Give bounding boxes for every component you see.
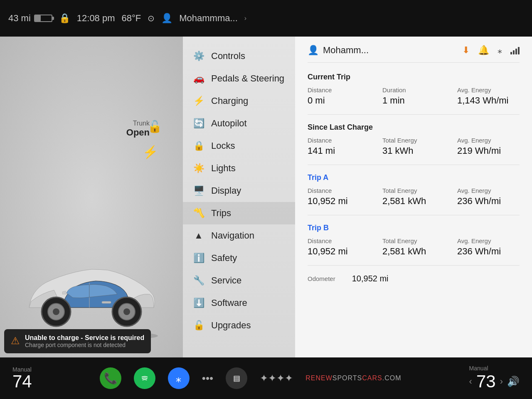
status-bar: 43 mi 🔒 12:08 pm 68°F ⊙ 👤 Mohammmа... › xyxy=(0,0,532,37)
menu-item-display[interactable]: 🖥️ Display xyxy=(183,180,295,202)
menu-item-software[interactable]: ⬇️ Software xyxy=(183,292,295,314)
temp-decrease-button[interactable]: ‹ xyxy=(469,376,472,387)
divider-3 xyxy=(308,215,520,215)
signal-bar-3 xyxy=(515,49,517,54)
profile-name-text: Mohamm... xyxy=(323,45,369,56)
volume-icon: 🔊 xyxy=(507,376,520,387)
signal-bar-1 xyxy=(510,52,512,54)
charging-label: Charging xyxy=(211,96,248,106)
trip-a-distance-label: Distance xyxy=(308,187,370,194)
menu-item-navigation[interactable]: ▲ Navigation xyxy=(183,224,295,247)
menu-item-trips[interactable]: 〽️ Trips xyxy=(183,202,295,224)
current-trip-duration-value: 1 min xyxy=(382,95,445,106)
trip-b-avg-value: 236 Wh/mi xyxy=(457,246,520,257)
alert-text: Unable to charge - Service is required C… xyxy=(25,334,144,348)
car-image-area: Trunk Open 🔓 ⚡ xyxy=(0,37,183,357)
upgrades-icon: 🔓 xyxy=(193,320,204,331)
current-trip-energy-value: 1,143 Wh/mi xyxy=(457,95,520,106)
more-options-button[interactable]: ••• xyxy=(202,372,213,385)
svg-rect-8 xyxy=(102,301,111,303)
trip-b-total-energy: Total Energy 2,581 kWh xyxy=(382,237,445,257)
middle-panel: ⚙️ Controls 🚗 Pedals & Steering ⚡ Chargi… xyxy=(183,37,295,357)
pedals-icon: 🚗 xyxy=(193,73,204,84)
bluetooth-header-icon: ⁎ xyxy=(498,45,502,56)
trip-b-avg-label: Avg. Energy xyxy=(457,237,520,244)
trip-b-title: Trip B xyxy=(308,224,520,232)
music-app-button[interactable]: ▤ xyxy=(226,367,247,389)
svg-point-3 xyxy=(53,308,59,315)
trip-a-energy-label: Total Energy xyxy=(382,187,445,194)
menu-item-charging[interactable]: ⚡ Charging xyxy=(183,90,295,112)
current-trip-duration: Duration 1 min xyxy=(382,86,445,106)
header-icons: ⬇ 🔔 ⁎ xyxy=(462,45,520,56)
bottom-right-temp: Manual ‹ 73 › 🔊 xyxy=(469,365,520,392)
trunk-title: Trunk xyxy=(126,120,150,127)
right-temp-row: ‹ 73 › 🔊 xyxy=(469,372,520,392)
current-trip-distance: Distance 0 mi xyxy=(308,86,370,106)
safety-icon: ℹ️ xyxy=(193,253,204,264)
bottom-bar: Manual 74 📞 ⁎ ••• ▤ ✦✦✦✦ RENEWSPORTSCARS… xyxy=(0,357,532,399)
media-dots-button[interactable]: ✦✦✦✦ xyxy=(260,372,293,384)
battery-fill xyxy=(35,15,41,21)
lights-icon: ☀️ xyxy=(193,163,204,174)
alert-triangle-icon: ⚠ xyxy=(11,335,20,347)
spotify-button[interactable] xyxy=(134,367,155,389)
trunk-status: Open xyxy=(126,127,150,138)
last-charge-distance-value: 141 mi xyxy=(308,145,370,156)
trip-a-distance-value: 10,952 mi xyxy=(308,196,370,207)
last-charge-distance: Distance 141 mi xyxy=(308,137,370,156)
upgrades-label: Upgrades xyxy=(211,320,251,331)
menu-item-safety[interactable]: ℹ️ Safety xyxy=(183,247,295,269)
charging-icon: ⚡ xyxy=(193,96,204,106)
display-icon: 🖥️ xyxy=(193,185,204,196)
trip-b-energy-value: 2,581 kWh xyxy=(382,246,445,257)
odometer-label: Odometer xyxy=(308,275,335,282)
last-charge-total-energy: Total Energy 31 kWh xyxy=(382,137,445,156)
alert-title: Unable to charge - Service is required xyxy=(25,334,144,342)
menu-item-locks[interactable]: 🔒 Locks xyxy=(183,135,295,157)
current-trip-energy-label: Avg. Energy xyxy=(457,86,520,94)
menu-item-autopilot[interactable]: 🔄 Autopilot xyxy=(183,112,295,135)
menu-item-pedals[interactable]: 🚗 Pedals & Steering xyxy=(183,67,295,90)
navigation-label: Navigation xyxy=(211,230,254,241)
lights-label: Lights xyxy=(211,163,236,174)
chevron-icon[interactable]: › xyxy=(244,15,246,22)
main-content: Trunk Open 🔓 ⚡ xyxy=(0,37,532,357)
locks-icon: 🔒 xyxy=(193,140,204,151)
trip-a-avg-label: Avg. Energy xyxy=(457,187,520,194)
divider-1 xyxy=(308,114,520,115)
odometer-value: 10,952 mi xyxy=(352,274,389,283)
controls-icon: ⚙️ xyxy=(193,51,204,62)
temp-increase-button[interactable]: › xyxy=(500,376,503,387)
menu-item-lights[interactable]: ☀️ Lights xyxy=(183,157,295,180)
last-charge-energy-value: 31 kWh xyxy=(382,145,445,156)
car-lock-icon: 🔓 xyxy=(148,120,162,133)
service-icon: 🔧 xyxy=(193,275,204,286)
phone-button[interactable]: 📞 xyxy=(100,367,121,389)
pedals-label: Pedals & Steering xyxy=(211,73,284,84)
right-panel: 👤 Mohamm... ⬇ 🔔 ⁎ Current Trip Distance xyxy=(295,37,532,357)
user-name-display: Mohammmа... xyxy=(179,13,238,24)
current-trip-title: Current Trip xyxy=(308,73,520,81)
current-trip-energy: Avg. Energy 1,143 Wh/mi xyxy=(457,86,520,106)
trip-a-energy-value: 2,581 kWh xyxy=(382,196,445,207)
bottom-left-temp: Manual 74 xyxy=(12,366,32,390)
current-trip-duration-label: Duration xyxy=(382,86,445,94)
signal-bar-2 xyxy=(513,50,515,54)
menu-item-controls[interactable]: ⚙️ Controls xyxy=(183,45,295,67)
temp-display: 68°F xyxy=(122,13,141,24)
svg-point-6 xyxy=(123,308,130,315)
trip-a-avg-energy: Avg. Energy 236 Wh/mi xyxy=(457,187,520,207)
safety-label: Safety xyxy=(211,253,237,264)
battery-mileage: 43 mi xyxy=(8,13,31,24)
left-temp-value: 74 xyxy=(12,373,32,390)
car-svg-container xyxy=(0,224,183,341)
menu-item-upgrades[interactable]: 🔓 Upgrades xyxy=(183,314,295,337)
right-temp-value: 73 xyxy=(476,372,496,392)
trip-a-stats: Distance 10,952 mi Total Energy 2,581 kW… xyxy=(308,187,520,207)
bluetooth-button[interactable]: ⁎ xyxy=(168,367,190,389)
status-bar-left: 43 mi 🔒 12:08 pm 68°F ⊙ 👤 Mohammmа... › xyxy=(8,13,246,24)
menu-item-service[interactable]: 🔧 Service xyxy=(183,269,295,292)
alert-box: ⚠ Unable to charge - Service is required… xyxy=(4,329,151,353)
trip-b-distance-value: 10,952 mi xyxy=(308,246,370,257)
